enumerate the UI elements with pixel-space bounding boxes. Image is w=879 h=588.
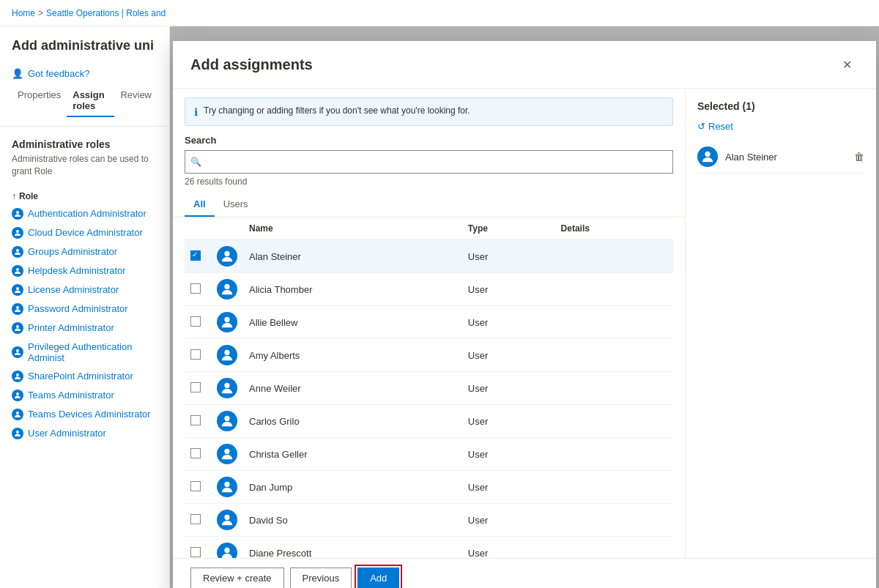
tab-properties[interactable]: Properties [12, 85, 67, 117]
user-admin-icon [12, 428, 23, 439]
svg-point-23 [705, 152, 710, 157]
delete-selected-button[interactable]: 🗑 [854, 151, 864, 163]
row-type: User [462, 240, 555, 273]
row-type: User [462, 405, 555, 438]
row-icon-cell [211, 537, 243, 559]
row-checkbox[interactable] [190, 514, 201, 524]
tab-review[interactable]: Review [114, 85, 157, 117]
sidebar-item-password-admin[interactable]: Password Administrator [0, 299, 169, 319]
info-bar-text: Try changing or adding filters if you do… [204, 105, 470, 116]
add-button[interactable]: Add [357, 567, 399, 588]
row-checkbox[interactable] [190, 283, 201, 294]
row-name: Alicia Thomber [243, 273, 462, 306]
row-checkbox[interactable] [190, 250, 201, 261]
auth-admin-label: Authentication Administrator [28, 208, 146, 219]
sidebar-item-cloud-device-admin[interactable]: Cloud Device Administrator [0, 223, 169, 242]
sidebar-item-printer-admin[interactable]: Printer Administrator [0, 319, 169, 338]
svg-point-19 [224, 482, 229, 487]
row-checkbox-cell [185, 339, 211, 372]
feedback-link[interactable]: 👤 Got feedback? [0, 62, 169, 85]
role-column-header[interactable]: ↑ Role [0, 187, 169, 204]
modal-left-panel: ℹ Try changing or adding filters if you … [173, 89, 686, 558]
row-checkbox-cell [185, 273, 211, 306]
page-title: Add administrative uni [0, 38, 169, 62]
password-admin-label: Password Administrator [28, 303, 128, 314]
modal-close-button[interactable]: ✕ [835, 53, 858, 76]
svg-point-16 [224, 383, 229, 388]
previous-button[interactable]: Previous [290, 567, 352, 588]
row-details [555, 240, 673, 273]
row-name: David So [243, 504, 462, 537]
printer-admin-label: Printer Administrator [28, 322, 114, 333]
row-type: User [462, 504, 555, 537]
row-checkbox[interactable] [190, 448, 201, 458]
search-label: Search [185, 135, 673, 146]
svg-point-21 [224, 548, 229, 553]
row-checkbox-cell [185, 405, 211, 438]
groups-admin-icon [12, 246, 23, 258]
table-container: Name Type Details Alan S [173, 217, 685, 558]
sidebar-item-helpdesk-admin[interactable]: Helpdesk Administrator [0, 261, 169, 280]
breadcrumb-home[interactable]: Home [12, 8, 35, 18]
filter-tab-all[interactable]: All [185, 193, 215, 217]
helpdesk-admin-label: Helpdesk Administrator [28, 265, 126, 276]
search-input[interactable] [185, 150, 673, 174]
row-icon-cell [211, 438, 243, 471]
sidebar-item-teams-devices-admin[interactable]: Teams Devices Administrator [0, 405, 169, 424]
user-avatar [217, 444, 237, 464]
selected-header: Selected (1) [697, 100, 864, 112]
breadcrumb-middle[interactable]: Seattle Operations | Roles and [46, 8, 166, 18]
row-details [555, 339, 673, 372]
sidebar-item-priv-auth-admin[interactable]: Privileged Authentication Administ [0, 338, 169, 367]
row-type: User [462, 273, 555, 306]
table-row: Amy Alberts User [185, 339, 673, 372]
row-checkbox[interactable] [190, 415, 201, 425]
row-checkbox-cell [185, 372, 211, 405]
row-checkbox[interactable] [190, 547, 201, 557]
row-icon-cell [211, 405, 243, 438]
sidebar-item-sharepoint-admin[interactable]: SharePoint Administrator [0, 367, 169, 386]
priv-auth-admin-icon [12, 346, 23, 358]
sidebar-item-license-admin[interactable]: License Administrator [0, 280, 169, 299]
filter-tab-users[interactable]: Users [215, 193, 257, 217]
reset-button[interactable]: ↺ Reset [697, 121, 864, 132]
info-icon: ℹ [194, 106, 198, 118]
row-checkbox[interactable] [190, 316, 201, 327]
table-row: Diane Prescott User [185, 537, 673, 559]
teams-devices-admin-label: Teams Devices Administrator [28, 409, 151, 420]
row-details [555, 273, 673, 306]
row-checkbox[interactable] [190, 349, 201, 360]
table-row: Alicia Thomber User [185, 273, 673, 306]
teams-admin-label: Teams Administrator [28, 390, 114, 401]
sharepoint-admin-icon [12, 371, 23, 382]
modal-right-panel: Selected (1) ↺ Reset Alan Steiner 🗑 [686, 89, 876, 558]
row-name: Allie Bellew [243, 306, 462, 339]
sidebar-item-teams-admin[interactable]: Teams Administrator [0, 386, 169, 405]
user-avatar [217, 279, 237, 299]
row-details [555, 306, 673, 339]
svg-point-14 [224, 317, 229, 322]
tab-assign-roles[interactable]: Assign roles [67, 85, 114, 117]
user-avatar [217, 411, 237, 431]
row-type: User [462, 537, 555, 559]
sharepoint-admin-label: SharePoint Administrator [28, 371, 133, 382]
row-checkbox[interactable] [190, 382, 201, 392]
row-checkbox-cell [185, 438, 211, 471]
svg-point-12 [224, 251, 229, 256]
th-icon [211, 217, 243, 240]
table-row: Christa Geller User [185, 438, 673, 471]
sidebar-item-user-admin[interactable]: User Administrator [0, 424, 169, 443]
row-type: User [462, 438, 555, 471]
sidebar-item-groups-admin[interactable]: Groups Administrator [0, 242, 169, 261]
row-type: User [462, 339, 555, 372]
row-checkbox[interactable] [190, 481, 201, 491]
svg-point-7 [16, 349, 19, 352]
user-avatar [217, 345, 237, 365]
user-avatar [217, 246, 237, 267]
review-create-button[interactable]: Review + create [190, 567, 284, 588]
row-icon-cell [211, 273, 243, 306]
license-admin-icon [12, 284, 23, 296]
password-admin-icon [12, 303, 23, 315]
add-assignments-modal: Add assignments ✕ ℹ Try changing or addi… [173, 41, 876, 588]
sidebar-item-auth-admin[interactable]: Authentication Administrator [0, 204, 169, 223]
